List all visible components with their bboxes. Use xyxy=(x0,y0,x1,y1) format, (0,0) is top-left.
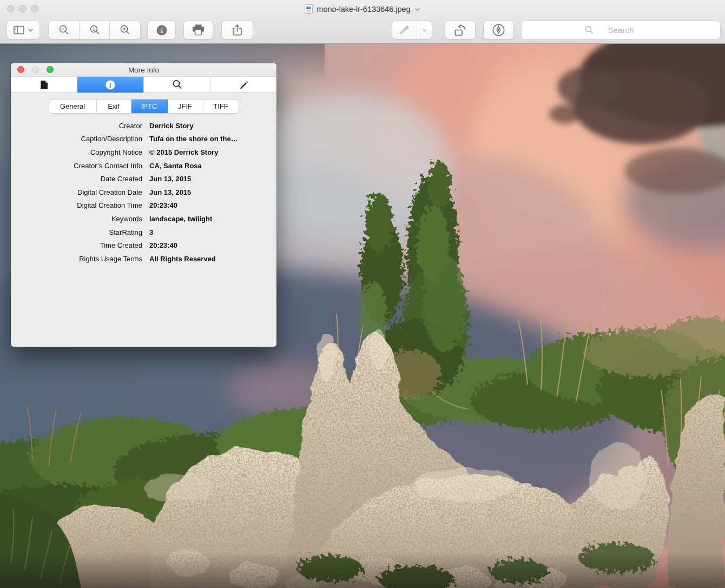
zoom-in-icon xyxy=(119,24,131,36)
info-icon: i xyxy=(105,80,116,90)
field-value: All Rights Reserved xyxy=(149,255,216,263)
window-title: mono-lake-lr-6133646.jpeg xyxy=(317,5,410,14)
field-label: Digital Creation Time xyxy=(11,201,142,209)
field-label: Creator xyxy=(11,122,142,130)
field-label: Rights Usage Terms xyxy=(11,255,142,263)
search-field xyxy=(521,21,721,39)
field-label: Date Created xyxy=(11,175,142,183)
table-row: Rights Usage Terms All Rights Reserved xyxy=(11,252,276,266)
table-row: Date Created Jun 13, 2015 xyxy=(11,172,276,186)
main-titlebar[interactable]: mono-lake-lr-6133646.jpeg xyxy=(0,0,725,18)
table-row: Caption/Description Tufa on the shore on… xyxy=(11,133,276,146)
field-value: Tufa on the shore on the… xyxy=(149,135,238,143)
document-icon xyxy=(40,80,48,90)
inspector-title: More Info xyxy=(11,63,276,76)
table-row: Digital Creation Date Jun 13, 2015 xyxy=(11,186,276,199)
search-input[interactable] xyxy=(521,21,721,39)
inspector-segmented-control: i xyxy=(11,76,276,93)
share-button[interactable] xyxy=(221,21,253,39)
table-row: Time Created 20:23:40 xyxy=(11,239,276,252)
segment-keywords[interactable] xyxy=(144,77,210,93)
document-proxy-icon[interactable] xyxy=(305,4,313,14)
field-label: Digital Creation Date xyxy=(11,188,142,196)
chevron-down-icon xyxy=(28,29,33,32)
more-info-panel: More Info i xyxy=(11,63,276,347)
tab-exif[interactable]: Exif xyxy=(97,100,131,113)
field-label: Keywords xyxy=(11,215,142,223)
chevron-down-icon xyxy=(422,29,427,32)
tab-iptc[interactable]: IPTC xyxy=(131,100,168,113)
markup-pen-button[interactable] xyxy=(392,21,417,39)
get-info-button[interactable]: i xyxy=(147,21,176,39)
field-value: landscape, twilight xyxy=(149,215,212,223)
tab-jfif[interactable]: JFIF xyxy=(168,100,203,113)
field-label: Caption/Description xyxy=(11,135,142,143)
field-value: 20:23:40 xyxy=(149,241,177,249)
tab-general[interactable]: General xyxy=(49,100,97,113)
segment-more-info[interactable]: i xyxy=(77,77,144,93)
svg-text:1: 1 xyxy=(93,26,95,31)
printer-icon xyxy=(192,24,205,36)
sidebar-button[interactable] xyxy=(6,21,40,39)
markup-icon xyxy=(492,23,505,37)
svg-text:i: i xyxy=(161,26,163,34)
iptc-tabstrip: General Exif IPTC JFIF TIFF xyxy=(11,99,276,114)
table-row: Copyright Notice © 2015 Derrick Story xyxy=(11,146,276,159)
markup-toolbar-button[interactable] xyxy=(483,21,514,39)
field-value: © 2015 Derrick Story xyxy=(149,148,218,156)
table-row: Digital Creation Time 20:23:40 xyxy=(11,199,276,213)
segment-annotations[interactable] xyxy=(210,77,276,93)
table-row: Creator Derrick Story xyxy=(11,119,276,133)
tab-tiff[interactable]: TIFF xyxy=(203,100,239,113)
field-label: Time Created xyxy=(11,241,142,249)
pencil-icon xyxy=(239,80,248,90)
print-button[interactable] xyxy=(183,21,213,39)
field-value: Derrick Story xyxy=(149,122,194,130)
rotate-left-button[interactable] xyxy=(445,21,476,39)
zoom-out-button[interactable] xyxy=(49,21,79,39)
preview-app: mono-lake-lr-6133646.jpeg xyxy=(0,0,725,588)
field-value: CA, Santa Rosa xyxy=(149,162,202,170)
share-icon xyxy=(232,24,242,36)
title-chevron-icon[interactable] xyxy=(414,8,420,11)
field-value: 3 xyxy=(149,228,153,236)
window-chrome: mono-lake-lr-6133646.jpeg xyxy=(0,0,725,44)
zoom-out-icon xyxy=(58,24,70,36)
field-value: Jun 13, 2015 xyxy=(149,175,191,183)
field-label: Copyright Notice xyxy=(11,148,142,156)
field-label: StarRating xyxy=(11,228,142,236)
main-toolbar: 1 i xyxy=(0,18,725,44)
metadata-table: Creator Derrick Story Caption/Descriptio… xyxy=(11,119,276,266)
field-label: Creator’s Contact Info xyxy=(11,162,142,170)
svg-text:i: i xyxy=(109,81,111,89)
field-value: Jun 13, 2015 xyxy=(149,188,191,196)
magnifier-icon xyxy=(172,80,182,90)
table-row: Keywords landscape, twilight xyxy=(11,212,276,226)
zoom-in-button[interactable] xyxy=(110,21,140,39)
inspector-titlebar[interactable]: More Info xyxy=(11,63,276,76)
info-icon: i xyxy=(156,24,168,36)
highlighter-pen-icon xyxy=(398,25,411,35)
sidebar-icon xyxy=(14,25,25,35)
field-value: 20:23:40 xyxy=(149,201,177,209)
markup-pen-group xyxy=(392,21,432,39)
table-row: StarRating 3 xyxy=(11,226,276,239)
segment-general-info[interactable] xyxy=(11,77,77,93)
actual-size-button[interactable]: 1 xyxy=(80,21,110,39)
zoom-button-group: 1 xyxy=(48,21,141,39)
rotate-left-icon xyxy=(453,24,467,36)
markup-pen-dropdown[interactable] xyxy=(417,21,432,39)
table-row: Creator’s Contact Info CA, Santa Rosa xyxy=(11,159,276,173)
actual-size-icon: 1 xyxy=(89,24,101,36)
